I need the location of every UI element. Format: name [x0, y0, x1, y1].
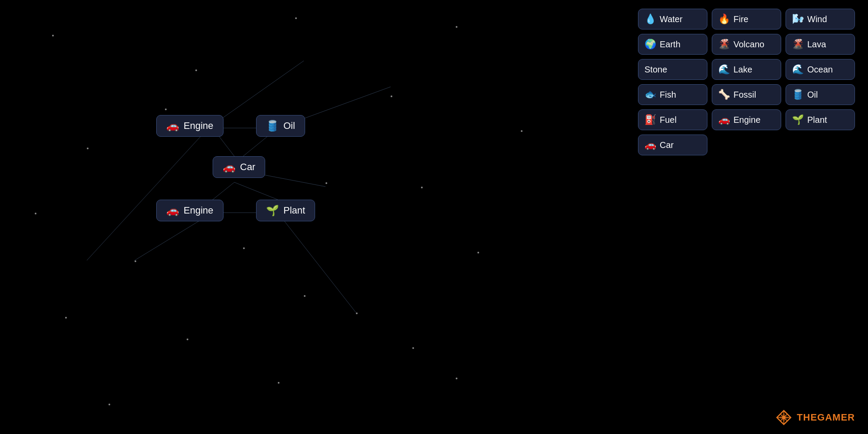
sidebar-item-engine[interactable]: 🚗Engine: [712, 109, 781, 130]
sidebar-item-emoji: 🦴: [718, 89, 730, 100]
watermark-text: THEGAMER: [797, 412, 855, 423]
sidebar-item-stone[interactable]: Stone: [638, 59, 707, 80]
sidebar-item-label: Car: [660, 140, 674, 150]
sidebar-item-emoji: 💧: [644, 13, 656, 25]
sidebar-item-label: Water: [660, 14, 683, 24]
sidebar-item-label: Fish: [660, 90, 676, 100]
star: [195, 69, 197, 71]
svg-line-4: [234, 182, 278, 200]
star: [304, 295, 306, 297]
star: [391, 95, 392, 97]
star: [187, 339, 188, 340]
node-label: Plant: [283, 205, 305, 216]
node-emoji: 🚗: [166, 120, 179, 132]
canvas-node-oil[interactable]: 🛢️Oil: [256, 115, 305, 137]
sidebar-item-label: Engine: [733, 115, 760, 125]
sidebar-item-label: Ocean: [807, 65, 833, 75]
sidebar-item-emoji: 🌋: [792, 39, 804, 50]
sidebar-item-fossil[interactable]: 🦴Fossil: [712, 84, 781, 105]
sidebar-item-ocean[interactable]: 🌊Ocean: [786, 59, 855, 80]
sidebar-item-emoji: 🌍: [644, 39, 656, 50]
star: [87, 148, 89, 149]
sidebar-item-emoji: 🌊: [792, 64, 804, 75]
sidebar-item-oil[interactable]: 🛢️Oil: [786, 84, 855, 105]
sidebar: 💧Water🔥Fire🌬️Wind🌍Earth🌋Volcano🌋LavaSton…: [638, 9, 855, 155]
star: [278, 382, 279, 384]
sidebar-item-emoji: 🔥: [718, 13, 730, 25]
canvas-node-engine-bot[interactable]: 🚗Engine: [156, 200, 224, 221]
star: [65, 317, 67, 319]
sidebar-item-emoji: 🌊: [718, 64, 730, 75]
node-label: Oil: [283, 120, 295, 132]
node-emoji: 🌱: [266, 204, 279, 217]
sidebar-item-emoji: ⛽: [644, 114, 656, 125]
sidebar-item-emoji: 🌋: [718, 39, 730, 50]
star: [295, 17, 297, 19]
sidebar-item-label: Stone: [644, 65, 667, 75]
star: [135, 260, 136, 262]
star: [108, 404, 110, 405]
watermark: THEGAMER: [775, 409, 855, 426]
sidebar-item-emoji: 🛢️: [792, 89, 804, 100]
node-label: Engine: [184, 205, 214, 216]
sidebar-item-label: Fossil: [733, 90, 756, 100]
sidebar-item-water[interactable]: 💧Water: [638, 9, 707, 30]
star: [243, 247, 245, 249]
star: [456, 378, 457, 379]
star: [412, 347, 414, 349]
canvas-node-engine-top[interactable]: 🚗Engine: [156, 115, 224, 137]
sidebar-item-earth[interactable]: 🌍Earth: [638, 34, 707, 55]
star: [456, 26, 457, 28]
sidebar-item-label: Lake: [733, 65, 752, 75]
thegamer-logo-icon: [775, 409, 792, 426]
sidebar-item-label: Wind: [807, 14, 827, 24]
canvas-node-car[interactable]: 🚗Car: [213, 156, 265, 178]
sidebar-item-plant[interactable]: 🌱Plant: [786, 109, 855, 130]
node-label: Engine: [184, 120, 214, 132]
node-label: Car: [240, 161, 255, 173]
sidebar-item-emoji: 🌱: [792, 114, 804, 125]
star: [421, 187, 423, 188]
star: [356, 312, 358, 314]
node-emoji: 🚗: [223, 161, 236, 173]
sidebar-item-lava[interactable]: 🌋Lava: [786, 34, 855, 55]
sidebar-item-label: Earth: [660, 39, 681, 49]
sidebar-item-car[interactable]: 🚗Car: [638, 135, 707, 155]
sidebar-item-emoji: 🌬️: [792, 13, 804, 25]
svg-line-3: [213, 182, 234, 200]
star: [477, 252, 479, 253]
star: [35, 213, 36, 214]
star: [326, 182, 327, 184]
sidebar-item-volcano[interactable]: 🌋Volcano: [712, 34, 781, 55]
sidebar-item-emoji: 🚗: [718, 114, 730, 125]
star: [52, 35, 54, 36]
star: [521, 130, 523, 132]
sidebar-item-label: Lava: [807, 39, 826, 49]
sidebar-item-fish[interactable]: 🐟Fish: [638, 84, 707, 105]
star: [165, 108, 167, 110]
sidebar-item-wind[interactable]: 🌬️Wind: [786, 9, 855, 30]
sidebar-item-fuel[interactable]: ⛽Fuel: [638, 109, 707, 130]
sidebar-item-label: Fire: [733, 14, 748, 24]
node-emoji: 🚗: [166, 204, 179, 217]
svg-line-6: [87, 128, 208, 260]
sidebar-item-label: Fuel: [660, 115, 677, 125]
sidebar-item-label: Plant: [807, 115, 827, 125]
sidebar-item-fire[interactable]: 🔥Fire: [712, 9, 781, 30]
svg-line-11: [278, 213, 356, 312]
canvas-node-plant[interactable]: 🌱Plant: [256, 200, 315, 221]
sidebar-item-emoji: 🐟: [644, 89, 656, 100]
sidebar-item-label: Oil: [807, 90, 818, 100]
sidebar-item-lake[interactable]: 🌊Lake: [712, 59, 781, 80]
sidebar-item-emoji: 🚗: [644, 139, 656, 151]
node-emoji: 🛢️: [266, 120, 279, 132]
sidebar-item-label: Volcano: [733, 39, 764, 49]
